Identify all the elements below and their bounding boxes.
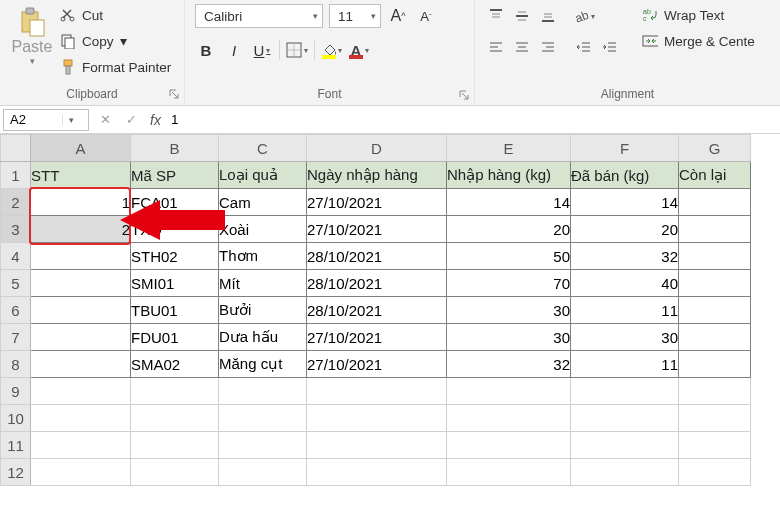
cell[interactable] bbox=[131, 459, 219, 486]
cell[interactable] bbox=[679, 216, 751, 243]
col-header-A[interactable]: A bbox=[31, 135, 131, 162]
cell[interactable] bbox=[31, 297, 131, 324]
cell[interactable] bbox=[447, 459, 571, 486]
cell[interactable]: 27/10/2021 bbox=[307, 216, 447, 243]
merge-center-button[interactable]: Merge & Cente bbox=[642, 30, 755, 52]
cell[interactable]: 30 bbox=[447, 297, 571, 324]
cell[interactable]: 32 bbox=[571, 243, 679, 270]
align-top-button[interactable] bbox=[485, 4, 507, 28]
paste-button[interactable]: Paste ▾ bbox=[10, 4, 54, 66]
cell[interactable]: Mít bbox=[219, 270, 307, 297]
col-header-E[interactable]: E bbox=[447, 135, 571, 162]
cell[interactable]: 30 bbox=[447, 324, 571, 351]
cell[interactable] bbox=[31, 378, 131, 405]
row-header-4[interactable]: 4 bbox=[1, 243, 31, 270]
cell[interactable]: Mã SP bbox=[131, 162, 219, 189]
cell[interactable] bbox=[219, 378, 307, 405]
cell-A2[interactable]: 1 bbox=[31, 189, 131, 216]
cell[interactable] bbox=[31, 405, 131, 432]
cell[interactable]: 20 bbox=[571, 216, 679, 243]
cell[interactable] bbox=[679, 270, 751, 297]
cell[interactable]: 40 bbox=[571, 270, 679, 297]
cell[interactable] bbox=[31, 243, 131, 270]
cell[interactable]: 27/10/2021 bbox=[307, 351, 447, 378]
cell[interactable]: Ngày nhập hàng bbox=[307, 162, 447, 189]
cell[interactable]: TBU01 bbox=[131, 297, 219, 324]
font-size-combo[interactable]: 11 ▾ bbox=[329, 4, 381, 28]
cell[interactable]: 28/10/2021 bbox=[307, 243, 447, 270]
cell[interactable]: Đã bán (kg) bbox=[571, 162, 679, 189]
name-box[interactable]: ▾ bbox=[3, 109, 89, 131]
row-header-3[interactable]: 3 bbox=[1, 216, 31, 243]
cell[interactable] bbox=[571, 378, 679, 405]
col-header-D[interactable]: D bbox=[307, 135, 447, 162]
cell[interactable] bbox=[447, 405, 571, 432]
cell[interactable] bbox=[131, 378, 219, 405]
dialog-launcher-icon[interactable] bbox=[168, 88, 180, 100]
cell[interactable]: Bưởi bbox=[219, 297, 307, 324]
cell[interactable] bbox=[131, 432, 219, 459]
copy-button[interactable]: Copy ▾ bbox=[60, 30, 171, 52]
borders-button[interactable]: ▾ bbox=[286, 38, 308, 62]
cell[interactable] bbox=[679, 297, 751, 324]
cell[interactable]: Còn lại bbox=[679, 162, 751, 189]
cell[interactable] bbox=[307, 432, 447, 459]
italic-button[interactable]: I bbox=[223, 38, 245, 62]
col-header-C[interactable]: C bbox=[219, 135, 307, 162]
cell[interactable]: Thơm bbox=[219, 243, 307, 270]
cell[interactable] bbox=[679, 432, 751, 459]
row-header-10[interactable]: 10 bbox=[1, 405, 31, 432]
cell[interactable] bbox=[31, 459, 131, 486]
row-header-12[interactable]: 12 bbox=[1, 459, 31, 486]
cell[interactable]: 28/10/2021 bbox=[307, 270, 447, 297]
font-name-combo[interactable]: Calibri ▾ bbox=[195, 4, 323, 28]
fill-color-button[interactable]: ▾ bbox=[321, 38, 343, 62]
cell[interactable]: STT bbox=[31, 162, 131, 189]
dialog-launcher-icon[interactable] bbox=[458, 89, 470, 101]
cell[interactable] bbox=[307, 405, 447, 432]
chevron-down-icon[interactable]: ▾ bbox=[120, 33, 127, 49]
formula-input[interactable] bbox=[167, 112, 780, 127]
cell[interactable]: TXO bbox=[131, 216, 219, 243]
cell[interactable]: SMA02 bbox=[131, 351, 219, 378]
cell[interactable]: 14 bbox=[447, 189, 571, 216]
chevron-down-icon[interactable]: ▾ bbox=[62, 115, 80, 125]
cell[interactable]: Nhập hàng (kg) bbox=[447, 162, 571, 189]
spreadsheet-grid[interactable]: A B C D E F G 1 STT Mã SP Loại quả Ngày … bbox=[0, 134, 780, 486]
align-left-button[interactable] bbox=[485, 36, 507, 60]
cell[interactable] bbox=[447, 432, 571, 459]
row-header-1[interactable]: 1 bbox=[1, 162, 31, 189]
cell[interactable]: Loại quả bbox=[219, 162, 307, 189]
row-header-9[interactable]: 9 bbox=[1, 378, 31, 405]
row-header-2[interactable]: 2 bbox=[1, 189, 31, 216]
bold-button[interactable]: B bbox=[195, 38, 217, 62]
cell[interactable] bbox=[307, 378, 447, 405]
row-header-6[interactable]: 6 bbox=[1, 297, 31, 324]
cell[interactable]: 14 bbox=[571, 189, 679, 216]
cell[interactable]: Cam bbox=[219, 189, 307, 216]
orientation-button[interactable]: ab▾ bbox=[573, 4, 595, 28]
cell[interactable] bbox=[679, 189, 751, 216]
cell[interactable] bbox=[571, 459, 679, 486]
cell[interactable] bbox=[131, 405, 219, 432]
shrink-font-button[interactable]: Aˇ bbox=[415, 4, 437, 28]
cell[interactable] bbox=[679, 459, 751, 486]
col-header-F[interactable]: F bbox=[571, 135, 679, 162]
cell[interactable]: 32 bbox=[447, 351, 571, 378]
cell[interactable]: 30 bbox=[571, 324, 679, 351]
cell[interactable]: 28/10/2021 bbox=[307, 297, 447, 324]
cell[interactable] bbox=[31, 324, 131, 351]
cell[interactable] bbox=[679, 351, 751, 378]
col-header-G[interactable]: G bbox=[679, 135, 751, 162]
cell[interactable] bbox=[219, 432, 307, 459]
align-right-button[interactable] bbox=[537, 36, 559, 60]
enter-button[interactable]: ✓ bbox=[118, 112, 144, 127]
cell-A3[interactable]: 2 bbox=[31, 216, 131, 243]
cell[interactable] bbox=[31, 351, 131, 378]
cell[interactable]: 50 bbox=[447, 243, 571, 270]
cell[interactable] bbox=[679, 324, 751, 351]
align-middle-button[interactable] bbox=[511, 4, 533, 28]
cancel-button[interactable]: ✕ bbox=[92, 112, 118, 127]
cell[interactable]: FCA01 bbox=[131, 189, 219, 216]
cell[interactable]: 27/10/2021 bbox=[307, 324, 447, 351]
